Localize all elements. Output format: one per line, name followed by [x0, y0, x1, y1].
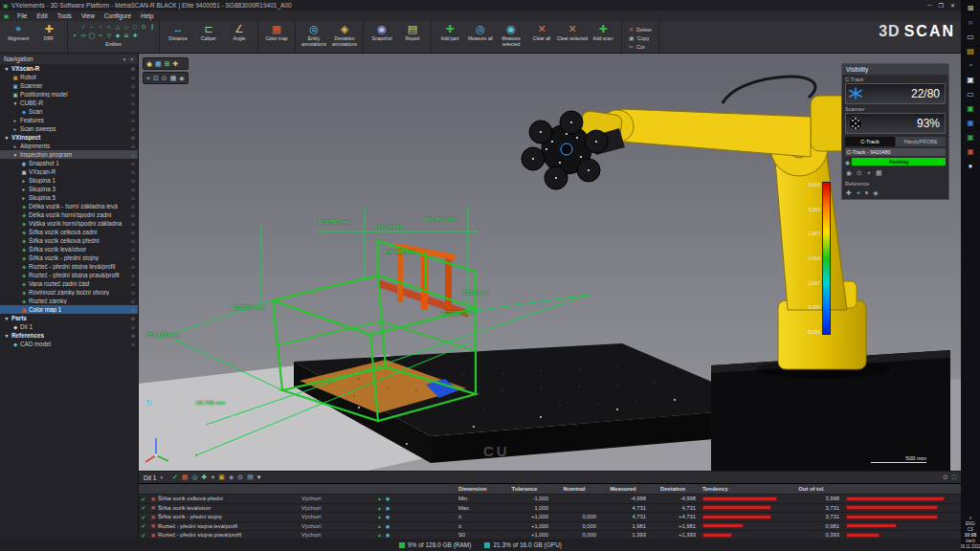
visibility-eye-icon[interactable]: ⊙	[131, 255, 135, 261]
eye-icon[interactable]: ⊙	[162, 74, 167, 82]
entity-icon[interactable]: ⊙	[140, 23, 147, 31]
chevron-down-icon[interactable]: ▾	[160, 474, 163, 480]
entity-icon[interactable]: △	[114, 23, 122, 31]
language-indicator[interactable]: ENG	[966, 521, 975, 526]
entity-icon[interactable]: ∥	[148, 23, 156, 31]
app-red[interactable]: ▣	[963, 145, 978, 158]
maximize-button[interactable]: ❐	[939, 2, 944, 9]
ribbon-button[interactable]: ▤Report	[397, 23, 428, 42]
table-row[interactable]: ✔ ✖ Šířka vozík levá/otvor Výchozí ▲◉ Ma…	[139, 503, 961, 513]
partbar-icon[interactable]: ✔	[172, 474, 178, 481]
part-selector[interactable]: Díl 1	[144, 474, 156, 481]
entity-icon[interactable]: ◆	[114, 32, 122, 39]
tree-item[interactable]: ▾ CUBE-R ⊙	[0, 99, 138, 107]
visibility-eye-icon[interactable]: ⊙	[131, 152, 135, 158]
tree-item[interactable]: ◈ Rozteč - přední stojna levá/profil ⊙	[0, 262, 138, 271]
tab-handyprobe[interactable]: HandyPROBE	[896, 137, 946, 146]
partbar-icon[interactable]: ▣	[218, 474, 225, 481]
ribbon-small-button[interactable]: ✕Delete	[629, 26, 652, 33]
table-row[interactable]: ✔ ✖ Rozteč - přední stojna levá/profil V…	[139, 521, 961, 531]
diamond-icon[interactable]: ◈	[179, 74, 184, 82]
entity-icon[interactable]: ○	[97, 23, 104, 31]
tree-item[interactable]: ▸ Skupina 1 ⊙	[0, 176, 138, 185]
mail[interactable]: ▭	[963, 88, 978, 100]
reference-option-icon[interactable]: ▾	[865, 189, 869, 197]
partbar-icon[interactable]: ▦	[182, 474, 189, 481]
entity-icon[interactable]: ◇	[122, 23, 130, 31]
tree-item[interactable]: ◈ Délka vozík horní/spodní zadní ⊙	[0, 210, 138, 219]
visibility-eye-icon[interactable]: ⊙	[131, 307, 135, 313]
word[interactable]: ▣	[963, 117, 978, 129]
ribbon-button[interactable]: ∠Angle	[224, 23, 255, 42]
entity-icon[interactable]: ◯	[88, 32, 96, 39]
start-button[interactable]: ⊞	[963, 2, 978, 14]
ribbon-button[interactable]: ◎Entity annotations	[299, 23, 329, 47]
visibility-eye-icon[interactable]: ⊙	[131, 75, 135, 80]
ribbon-button[interactable]: ▦Color map	[261, 23, 292, 42]
tree-item[interactable]: ◉ Snapshot 1 ⊙	[0, 159, 138, 167]
visibility-eye-icon[interactable]: ⊙	[131, 324, 135, 330]
entity-icon[interactable]: ·	[71, 23, 78, 31]
visibility-eye-icon[interactable]: ⊙	[131, 109, 135, 115]
search[interactable]: ○	[963, 16, 978, 29]
ribbon-button[interactable]: ✕Clear all	[526, 23, 557, 47]
tree-item[interactable]: ◈ Rovinnost zámky boční otvory ⊙	[0, 288, 138, 297]
partbar-icon[interactable]: ⊙	[237, 474, 243, 481]
tree-item[interactable]: ▸ Scan sweeps ⊙	[0, 124, 138, 133]
visibility-eye-icon[interactable]: ⊙	[131, 230, 135, 235]
tree-item[interactable]: ◈ Vana rozteč zadní část ⊙	[0, 279, 138, 288]
entity-icon[interactable]: /	[79, 23, 87, 31]
entity-icon[interactable]: −	[88, 23, 96, 31]
partbar-icon[interactable]: ⌖	[211, 474, 214, 481]
visibility-option-icon[interactable]: ▦	[876, 169, 882, 177]
tab-ctrack[interactable]: C-Track	[845, 137, 895, 146]
visibility-eye-icon[interactable]: ⊙	[131, 143, 135, 149]
visibility-eye-icon[interactable]: ⊙	[131, 66, 135, 72]
menu-item[interactable]: Configure	[100, 12, 136, 19]
visibility-eye-icon[interactable]: ⊙	[131, 195, 135, 201]
visibility-eye-icon[interactable]: ⊙	[131, 212, 135, 218]
tree-item[interactable]: ▾ Parts ⊙	[0, 314, 138, 322]
target-icon[interactable]: ⌖	[146, 74, 150, 82]
visibility-eye-icon[interactable]: ⊙	[131, 290, 135, 296]
tree-item[interactable]: ▸ Features ⊙	[0, 116, 138, 124]
tree-item[interactable]: ◈ Rozteč - přední stojna pravá/profil ⊙	[0, 271, 138, 279]
entity-icon[interactable]: ▽	[105, 32, 113, 39]
reference-option-icon[interactable]: ⌖	[857, 189, 860, 197]
visibility-eye-icon[interactable]: ⊙	[131, 100, 135, 106]
visibility-eye-icon[interactable]: ⊙	[131, 169, 135, 175]
ribbon-small-button[interactable]: ▣Copy	[629, 34, 652, 41]
tree-item[interactable]: ◈ Délka vozík - horní základna levá ⊙	[0, 202, 138, 210]
partbar-icon[interactable]: ◈	[229, 474, 234, 481]
tree-item[interactable]: ◈ Šířka vozík celková zadní ⊙	[0, 228, 138, 236]
ribbon-button[interactable]: ◈Deviation annotations	[329, 23, 360, 47]
entity-icon[interactable]: ≈	[97, 32, 104, 39]
tree-item[interactable]: ◈ Šířka vozík - přední stojny ⊙	[0, 253, 138, 262]
tree-item[interactable]: ◈ Výška vozík horní/spodní základna ⊙	[0, 219, 138, 228]
visibility-eye-icon[interactable]: ⊙	[131, 126, 135, 132]
visibility-eye-icon[interactable]: ⊙	[131, 316, 135, 321]
ribbon-button[interactable]: ↔Distance	[163, 23, 193, 42]
visibility-eye-icon[interactable]: ⊙	[131, 281, 135, 287]
tree-item[interactable]: ▦ Color map 1 ⊙	[0, 305, 138, 314]
partbar-icon[interactable]: ▾	[257, 474, 261, 481]
table-row[interactable]: ✔ ✖ Šířka vozík celková přední Výchozí ▲…	[139, 494, 961, 503]
tree-item[interactable]: ▣ VXscan-R ⊙	[0, 167, 138, 176]
settings[interactable]: ●	[963, 160, 978, 172]
browser[interactable]: ◔	[963, 59, 978, 72]
menu-item[interactable]: View	[77, 12, 100, 19]
partbar-icon[interactable]: ✚	[202, 474, 208, 481]
ribbon-button[interactable]: ◎Measure all	[465, 23, 496, 47]
entity-icon[interactable]: ∩	[105, 23, 113, 31]
vxelements[interactable]: ▣	[963, 102, 978, 115]
visibility-eye-icon[interactable]: ⊙	[131, 161, 135, 166]
ribbon-button[interactable]: ◉Measure selected	[496, 23, 526, 47]
table-row[interactable]: ✔ ✖ Rozteč - přední stojna pravá/profil …	[139, 530, 961, 539]
visibility-eye-icon[interactable]: ⊙	[131, 83, 135, 89]
visibility-eye-icon[interactable]: ⊙	[131, 178, 135, 184]
nav-close-icon[interactable]: ✕	[129, 56, 134, 62]
menu-item[interactable]: File	[12, 12, 32, 19]
orbit-icon[interactable]: ↻	[145, 398, 153, 408]
tree-item[interactable]: ▸ Alignments ⊙	[0, 142, 138, 150]
ribbon-button[interactable]: ✕Clear selected	[557, 23, 588, 47]
